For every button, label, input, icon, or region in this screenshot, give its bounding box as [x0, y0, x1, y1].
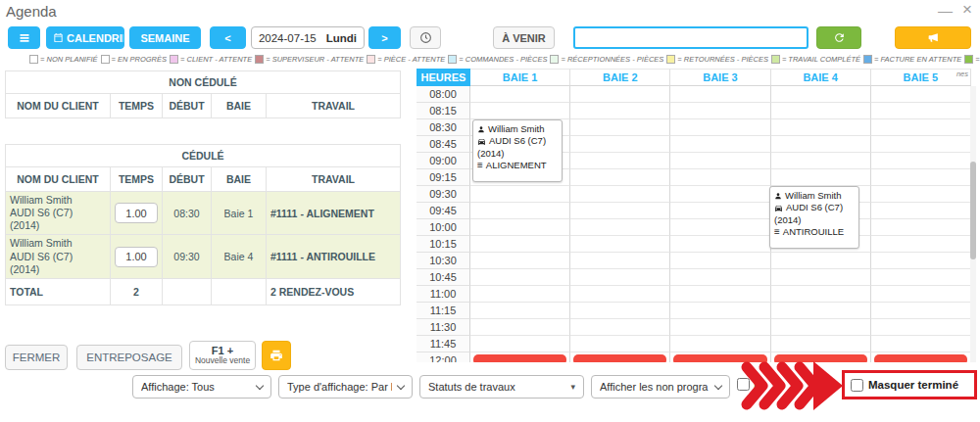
schedule-cell[interactable]	[871, 219, 971, 236]
schedule-cell[interactable]	[670, 269, 770, 286]
schedule-cell[interactable]	[570, 136, 670, 153]
scrollbar-thumb[interactable]	[970, 162, 976, 259]
work-order-link[interactable]: #1111 - ANTIROUILLE	[267, 235, 401, 278]
legend-color-box[interactable]	[29, 55, 38, 64]
list-view-button[interactable]	[8, 26, 40, 49]
schedule-cell[interactable]	[470, 203, 570, 219]
schedule-cell[interactable]	[771, 136, 871, 153]
schedule-cell[interactable]	[670, 186, 770, 203]
schedule-cell[interactable]	[670, 219, 770, 236]
schedule-cell[interactable]	[570, 119, 670, 136]
legend-color-box[interactable]	[255, 55, 264, 64]
legend-color-box[interactable]	[863, 55, 872, 64]
close-icon[interactable]: ×	[962, 0, 972, 20]
schedule-cell[interactable]	[670, 286, 770, 303]
schedule-cell[interactable]	[871, 352, 971, 362]
legend-color-box[interactable]	[170, 55, 178, 64]
schedule-cell[interactable]	[570, 253, 670, 269]
schedule-cell[interactable]	[871, 286, 971, 303]
schedule-cell[interactable]	[871, 136, 971, 153]
schedule-cell[interactable]	[470, 269, 570, 286]
schedule-cell[interactable]	[570, 169, 670, 186]
schedule-cell[interactable]	[771, 336, 871, 352]
schedule-cell[interactable]	[871, 119, 971, 136]
schedule-cell[interactable]	[670, 86, 770, 103]
announce-button[interactable]	[895, 26, 971, 49]
schedule-cell[interactable]	[570, 319, 670, 336]
schedule-cell[interactable]	[670, 319, 770, 336]
schedule-cell[interactable]	[570, 153, 670, 169]
schedule-cell[interactable]	[670, 153, 770, 169]
schedule-cell[interactable]	[871, 336, 971, 352]
schedule-cell[interactable]	[771, 119, 871, 136]
date-picker[interactable]: 2024-07-15 Lundi	[251, 26, 365, 49]
close-button[interactable]: FERMER	[5, 345, 68, 370]
schedule-cell[interactable]	[670, 169, 770, 186]
next-day-button[interactable]: >	[368, 26, 401, 49]
schedule-cell[interactable]	[871, 103, 971, 119]
minimize-icon[interactable]: —	[938, 2, 953, 20]
schedule-cell[interactable]	[470, 236, 570, 253]
display-type-select[interactable]: Type d'affichage: Par b	[278, 375, 413, 399]
schedule-cell[interactable]	[670, 103, 770, 119]
prev-day-button[interactable]: <	[210, 26, 246, 49]
schedule-cell[interactable]	[570, 303, 670, 319]
schedule-cell[interactable]	[670, 203, 770, 219]
schedule-cell[interactable]	[570, 186, 670, 203]
schedule-cell[interactable]	[871, 253, 971, 269]
schedule-cell[interactable]	[470, 336, 570, 352]
refresh-button[interactable]	[816, 26, 861, 49]
legend-color-box[interactable]	[101, 55, 110, 64]
schedule-cell[interactable]	[871, 319, 971, 336]
schedule-cell[interactable]	[470, 253, 570, 269]
schedule-cell[interactable]	[570, 236, 670, 253]
schedule-cell[interactable]	[871, 169, 971, 186]
schedule-cell[interactable]	[670, 236, 770, 253]
schedule-cell[interactable]	[470, 352, 570, 362]
schedule-cell[interactable]	[871, 269, 971, 286]
schedule-cell[interactable]	[570, 219, 670, 236]
schedule-cell[interactable]	[771, 86, 871, 103]
schedule-cell[interactable]	[470, 186, 570, 203]
temps-input[interactable]	[115, 247, 158, 267]
schedule-cell[interactable]	[470, 319, 570, 336]
schedule-cell[interactable]	[670, 336, 770, 352]
history-clock-button[interactable]	[410, 26, 441, 49]
schedule-cell[interactable]	[771, 286, 871, 303]
legend-color-box[interactable]	[367, 55, 375, 64]
appointment-card[interactable]: William Smith AUDI S6 (C7) (2014) ≡ALIGN…	[472, 119, 563, 182]
schedule-cell[interactable]	[871, 186, 971, 203]
schedule-cell[interactable]	[570, 336, 670, 352]
show-unscheduled-select[interactable]: Afficher les non progra	[591, 375, 730, 399]
schedule-cell[interactable]	[670, 303, 770, 319]
schedule-cell[interactable]	[871, 236, 971, 253]
temps-input[interactable]	[115, 203, 158, 223]
display-filter-select[interactable]: Affichage: Tous	[132, 375, 271, 399]
legend-color-box[interactable]	[771, 55, 780, 64]
schedule-cell[interactable]	[470, 86, 570, 103]
week-button[interactable]: SEMAINE	[129, 26, 201, 49]
schedule-cell[interactable]	[470, 286, 570, 303]
schedule-cell[interactable]	[670, 119, 770, 136]
schedule-cell[interactable]	[470, 303, 570, 319]
legend-color-box[interactable]	[448, 55, 457, 64]
schedule-cell[interactable]	[570, 286, 670, 303]
job-statuses-select[interactable]: Statuts de travaux▾	[419, 375, 584, 399]
schedule-cell[interactable]	[871, 86, 971, 103]
schedule-cell[interactable]	[570, 352, 670, 362]
calendar-button[interactable]: CALENDRIER	[46, 26, 124, 49]
schedule-cell[interactable]	[871, 153, 971, 169]
schedule-cell[interactable]	[570, 103, 670, 119]
schedule-cell[interactable]	[670, 136, 770, 153]
appointment-card[interactable]: William Smith AUDI S6 (C7) (2014) ≡ANTIR…	[769, 186, 859, 249]
work-order-link[interactable]: #1111 - ALIGNEMENT	[267, 192, 401, 235]
print-button[interactable]	[262, 341, 291, 370]
schedule-cell[interactable]	[771, 253, 871, 269]
new-sale-button[interactable]: F1 + Nouvelle vente	[189, 341, 256, 370]
schedule-cell[interactable]	[470, 219, 570, 236]
hide-completed-checkbox[interactable]	[851, 379, 863, 392]
schedule-cell[interactable]	[771, 153, 871, 169]
schedule-cell[interactable]	[570, 203, 670, 219]
upcoming-button[interactable]: À VENIR	[493, 26, 555, 49]
storage-button[interactable]: ENTREPOSAGE	[76, 345, 182, 370]
